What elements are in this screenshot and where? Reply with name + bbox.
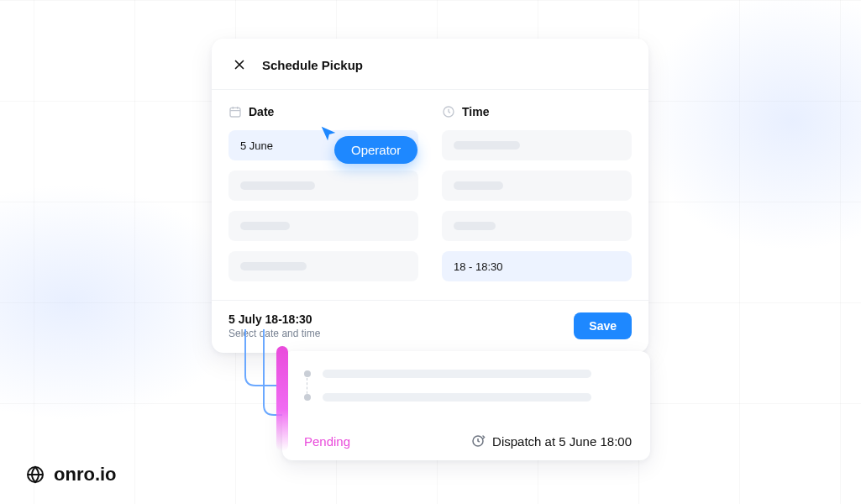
task-accent-bar <box>276 346 288 451</box>
task-line <box>304 393 632 402</box>
stop-dot-icon <box>304 394 311 401</box>
globe-icon <box>25 465 45 485</box>
brand: onro.io <box>25 464 117 486</box>
time-option-value: 18 - 18:30 <box>454 260 503 273</box>
status-badge: Pending <box>304 434 350 449</box>
time-option[interactable]: 18 - 18:30 <box>442 251 632 281</box>
task-body <box>304 370 632 402</box>
svg-rect-0 <box>230 108 240 117</box>
panel-title: Schedule Pickup <box>262 58 363 72</box>
time-option[interactable] <box>442 171 632 201</box>
placeholder-bar <box>454 181 503 190</box>
task-footer: Pending Dispatch at 5 June 18:00 <box>304 433 632 449</box>
close-icon <box>232 57 247 72</box>
stop-connector <box>307 378 307 398</box>
cursor-icon <box>319 124 338 143</box>
time-column: Time 18 - 18:30 <box>442 105 632 281</box>
task-card[interactable]: Pending Dispatch at 5 June 18:00 <box>282 351 650 460</box>
time-option[interactable] <box>442 211 632 241</box>
date-option[interactable] <box>228 171 418 201</box>
dispatch-label: Dispatch at 5 June 18:00 <box>492 434 632 449</box>
cursor-overlay: Operator <box>319 124 338 146</box>
date-option-value: 5 June <box>240 139 273 152</box>
placeholder-bar <box>323 370 591 378</box>
dispatch-info: Dispatch at 5 June 18:00 <box>470 433 632 449</box>
schedule-pickup-panel: Schedule Pickup Date 5 June Time <box>212 39 648 353</box>
task-line <box>304 370 632 378</box>
dispatch-clock-icon <box>470 433 486 449</box>
time-label: Time <box>462 105 489 118</box>
time-header: Time <box>442 105 632 118</box>
date-header: Date <box>228 105 418 118</box>
operator-tooltip: Operator <box>334 136 417 164</box>
calendar-icon <box>228 105 242 118</box>
placeholder-bar <box>323 393 591 402</box>
placeholder-bar <box>240 262 307 270</box>
date-label: Date <box>249 105 274 118</box>
date-option[interactable] <box>228 211 418 241</box>
placeholder-bar <box>454 222 496 230</box>
placeholder-bar <box>240 222 290 230</box>
placeholder-bar <box>454 141 520 150</box>
close-button[interactable] <box>228 54 250 76</box>
placeholder-bar <box>240 181 315 190</box>
brand-name: onro.io <box>54 464 117 486</box>
panel-header: Schedule Pickup <box>212 39 648 89</box>
stop-dot-icon <box>304 370 311 377</box>
date-option[interactable] <box>228 251 418 281</box>
footer-summary: 5 July 18-18:30 <box>228 312 320 326</box>
save-button[interactable]: Save <box>574 312 632 339</box>
panel-body: Date 5 June Time 18 - 18:30 <box>212 90 648 300</box>
time-option[interactable] <box>442 130 632 160</box>
clock-icon <box>442 105 455 118</box>
